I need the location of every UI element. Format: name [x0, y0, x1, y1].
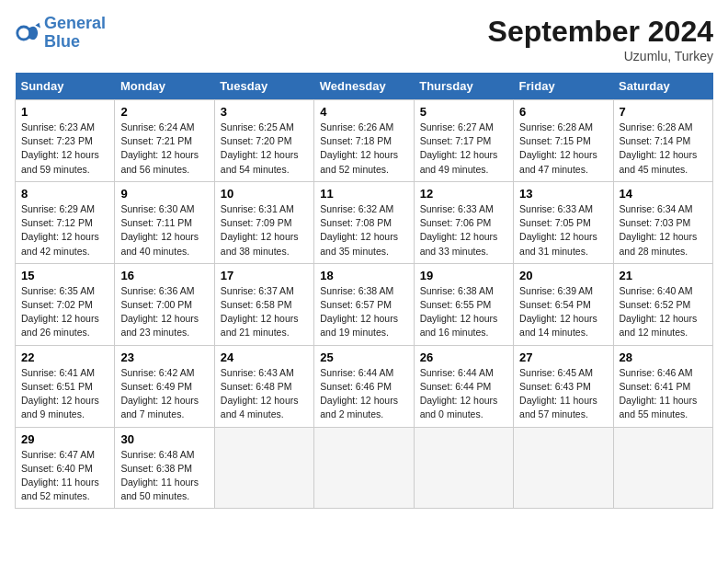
calendar-cell: 18Sunrise: 6:38 AMSunset: 6:57 PMDayligh…	[314, 263, 414, 345]
calendar-cell	[314, 427, 414, 509]
day-number: 9	[120, 187, 208, 201]
calendar-cell: 16Sunrise: 6:36 AMSunset: 7:00 PMDayligh…	[115, 263, 214, 345]
day-info: Sunrise: 6:38 AMSunset: 6:55 PMDaylight:…	[420, 284, 507, 340]
day-number: 7	[620, 105, 707, 119]
week-row-1: 1Sunrise: 6:23 AMSunset: 7:23 PMDaylight…	[16, 100, 713, 182]
day-number: 4	[320, 105, 407, 119]
day-number: 15	[21, 269, 108, 282]
calendar-cell	[414, 427, 513, 509]
calendar-cell: 21Sunrise: 6:40 AMSunset: 6:52 PMDayligh…	[613, 263, 712, 345]
day-number: 16	[120, 269, 208, 282]
title-area: September 2024 Uzumlu, Turkey	[488, 15, 713, 63]
calendar-cell	[514, 427, 613, 509]
day-info: Sunrise: 6:36 AMSunset: 7:00 PMDaylight:…	[120, 284, 208, 340]
day-number: 23	[120, 350, 208, 364]
calendar-cell: 24Sunrise: 6:43 AMSunset: 6:48 PMDayligh…	[214, 345, 313, 427]
day-number: 12	[420, 187, 507, 201]
calendar-cell: 11Sunrise: 6:32 AMSunset: 7:08 PMDayligh…	[314, 181, 414, 263]
day-info: Sunrise: 6:45 AMSunset: 6:43 PMDaylight:…	[519, 366, 607, 422]
week-row-4: 22Sunrise: 6:41 AMSunset: 6:51 PMDayligh…	[16, 345, 713, 427]
day-info: Sunrise: 6:33 AMSunset: 7:05 PMDaylight:…	[519, 202, 607, 259]
day-number: 25	[320, 350, 407, 364]
calendar-cell: 29Sunrise: 6:47 AMSunset: 6:40 PMDayligh…	[16, 427, 115, 509]
day-info: Sunrise: 6:26 AMSunset: 7:18 PMDaylight:…	[320, 121, 407, 177]
svg-point-0	[17, 27, 30, 40]
day-number: 26	[420, 350, 507, 364]
day-info: Sunrise: 6:41 AMSunset: 6:51 PMDaylight:…	[21, 366, 108, 422]
day-info: Sunrise: 6:24 AMSunset: 7:21 PMDaylight:…	[120, 121, 208, 177]
day-info: Sunrise: 6:46 AMSunset: 6:41 PMDaylight:…	[620, 366, 707, 422]
day-number: 3	[221, 105, 308, 119]
calendar-cell: 30Sunrise: 6:48 AMSunset: 6:38 PMDayligh…	[115, 427, 214, 509]
calendar-cell: 17Sunrise: 6:37 AMSunset: 6:58 PMDayligh…	[214, 263, 313, 345]
day-number: 10	[221, 187, 308, 201]
month-title: September 2024	[488, 15, 713, 49]
day-number: 14	[620, 187, 707, 201]
location-subtitle: Uzumlu, Turkey	[488, 49, 713, 63]
weekday-header-thursday: Thursday	[414, 73, 513, 100]
calendar-cell: 9Sunrise: 6:30 AMSunset: 7:11 PMDaylight…	[115, 181, 214, 263]
day-number: 19	[420, 269, 507, 282]
day-info: Sunrise: 6:27 AMSunset: 7:17 PMDaylight:…	[420, 121, 507, 177]
day-info: Sunrise: 6:39 AMSunset: 6:54 PMDaylight:…	[519, 284, 607, 340]
day-number: 30	[120, 432, 208, 446]
day-number: 6	[519, 105, 607, 119]
calendar-cell: 8Sunrise: 6:29 AMSunset: 7:12 PMDaylight…	[16, 181, 115, 263]
calendar-cell: 6Sunrise: 6:28 AMSunset: 7:15 PMDaylight…	[514, 100, 613, 182]
week-row-2: 8Sunrise: 6:29 AMSunset: 7:12 PMDaylight…	[16, 181, 713, 263]
day-number: 1	[21, 105, 108, 119]
calendar-cell: 26Sunrise: 6:44 AMSunset: 6:44 PMDayligh…	[414, 345, 513, 427]
day-info: Sunrise: 6:28 AMSunset: 7:15 PMDaylight:…	[519, 121, 607, 177]
day-info: Sunrise: 6:37 AMSunset: 6:58 PMDaylight:…	[221, 284, 308, 340]
calendar-cell: 23Sunrise: 6:42 AMSunset: 6:49 PMDayligh…	[115, 345, 214, 427]
page-header: GeneralBlue September 2024 Uzumlu, Turke…	[15, 15, 713, 63]
day-number: 2	[120, 105, 208, 119]
day-number: 22	[21, 350, 108, 364]
calendar-cell: 10Sunrise: 6:31 AMSunset: 7:09 PMDayligh…	[214, 181, 313, 263]
weekday-header-sunday: Sunday	[16, 73, 115, 100]
day-number: 18	[320, 269, 407, 282]
calendar-cell: 5Sunrise: 6:27 AMSunset: 7:17 PMDaylight…	[414, 100, 513, 182]
calendar-cell: 15Sunrise: 6:35 AMSunset: 7:02 PMDayligh…	[16, 263, 115, 345]
logo-icon	[15, 20, 40, 46]
day-info: Sunrise: 6:29 AMSunset: 7:12 PMDaylight:…	[21, 202, 108, 259]
day-info: Sunrise: 6:47 AMSunset: 6:40 PMDaylight:…	[21, 448, 108, 504]
calendar-cell	[613, 427, 712, 509]
day-number: 28	[620, 350, 707, 364]
day-info: Sunrise: 6:28 AMSunset: 7:14 PMDaylight:…	[620, 121, 707, 177]
calendar-cell: 13Sunrise: 6:33 AMSunset: 7:05 PMDayligh…	[514, 181, 613, 263]
day-info: Sunrise: 6:38 AMSunset: 6:57 PMDaylight:…	[320, 284, 407, 340]
weekday-header-monday: Monday	[115, 73, 214, 100]
weekday-header-wednesday: Wednesday	[314, 73, 414, 100]
weekday-header-saturday: Saturday	[613, 73, 712, 100]
day-info: Sunrise: 6:34 AMSunset: 7:03 PMDaylight:…	[620, 202, 707, 259]
day-info: Sunrise: 6:31 AMSunset: 7:09 PMDaylight:…	[221, 202, 308, 259]
weekday-header-row: SundayMondayTuesdayWednesdayThursdayFrid…	[16, 73, 713, 100]
calendar-cell: 14Sunrise: 6:34 AMSunset: 7:03 PMDayligh…	[613, 181, 712, 263]
day-info: Sunrise: 6:42 AMSunset: 6:49 PMDaylight:…	[120, 366, 208, 422]
day-info: Sunrise: 6:44 AMSunset: 6:44 PMDaylight:…	[420, 366, 507, 422]
calendar-cell: 28Sunrise: 6:46 AMSunset: 6:41 PMDayligh…	[613, 345, 712, 427]
day-number: 21	[620, 269, 707, 282]
logo-line2: Blue	[44, 32, 80, 51]
day-info: Sunrise: 6:44 AMSunset: 6:46 PMDaylight:…	[320, 366, 407, 422]
weekday-header-tuesday: Tuesday	[214, 73, 313, 100]
day-number: 27	[519, 350, 607, 364]
calendar-cell: 25Sunrise: 6:44 AMSunset: 6:46 PMDayligh…	[314, 345, 414, 427]
calendar-cell: 7Sunrise: 6:28 AMSunset: 7:14 PMDaylight…	[613, 100, 712, 182]
day-info: Sunrise: 6:25 AMSunset: 7:20 PMDaylight:…	[221, 121, 308, 177]
calendar-cell: 1Sunrise: 6:23 AMSunset: 7:23 PMDaylight…	[16, 100, 115, 182]
day-info: Sunrise: 6:23 AMSunset: 7:23 PMDaylight:…	[21, 121, 108, 177]
day-number: 17	[221, 269, 308, 282]
day-info: Sunrise: 6:35 AMSunset: 7:02 PMDaylight:…	[21, 284, 108, 340]
day-info: Sunrise: 6:48 AMSunset: 6:38 PMDaylight:…	[120, 448, 208, 504]
logo: GeneralBlue	[15, 15, 106, 52]
calendar-cell: 3Sunrise: 6:25 AMSunset: 7:20 PMDaylight…	[214, 100, 313, 182]
calendar-cell: 19Sunrise: 6:38 AMSunset: 6:55 PMDayligh…	[414, 263, 513, 345]
calendar-cell: 27Sunrise: 6:45 AMSunset: 6:43 PMDayligh…	[514, 345, 613, 427]
calendar-cell: 12Sunrise: 6:33 AMSunset: 7:06 PMDayligh…	[414, 181, 513, 263]
calendar-table: SundayMondayTuesdayWednesdayThursdayFrid…	[15, 73, 713, 509]
week-row-5: 29Sunrise: 6:47 AMSunset: 6:40 PMDayligh…	[16, 427, 713, 509]
calendar-cell: 4Sunrise: 6:26 AMSunset: 7:18 PMDaylight…	[314, 100, 414, 182]
day-info: Sunrise: 6:43 AMSunset: 6:48 PMDaylight:…	[221, 366, 308, 422]
